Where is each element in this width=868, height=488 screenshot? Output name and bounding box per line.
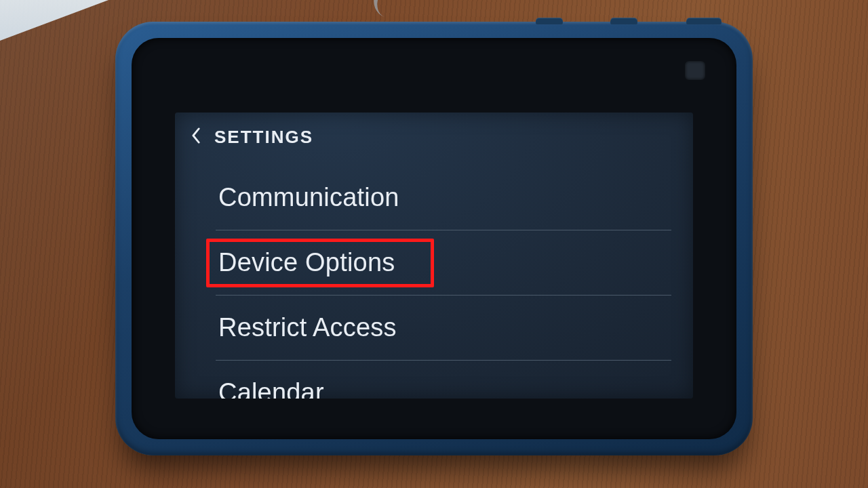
menu-item-label: Restrict Access — [218, 313, 397, 342]
menu-item-label: Calendar — [218, 378, 324, 399]
menu-item-device-options[interactable]: Device Options — [216, 230, 671, 296]
menu-item-label: Communication — [218, 183, 399, 212]
physical-button-2 — [610, 18, 637, 24]
menu-item-restrict-access[interactable]: Restrict Access — [216, 296, 671, 361]
physical-button-1 — [536, 18, 563, 24]
front-camera — [685, 61, 705, 80]
physical-button-3 — [686, 18, 722, 24]
chevron-left-icon — [191, 127, 201, 146]
settings-menu: Communication Device Options Restrict Ac… — [216, 165, 671, 399]
menu-item-communication[interactable]: Communication — [216, 165, 671, 230]
background-wall — [0, 0, 108, 41]
photo-scene: SETTINGS Communication Device Options Re… — [0, 0, 868, 488]
back-button[interactable] — [187, 128, 205, 146]
screen: SETTINGS Communication Device Options Re… — [175, 113, 693, 399]
device-shell: SETTINGS Communication Device Options Re… — [115, 22, 753, 455]
menu-item-label: Device Options — [218, 248, 395, 277]
device-bezel: SETTINGS Communication Device Options Re… — [132, 38, 736, 439]
menu-item-calendar[interactable]: Calendar — [216, 361, 671, 399]
settings-header: SETTINGS — [175, 118, 693, 156]
page-title: SETTINGS — [214, 127, 313, 148]
